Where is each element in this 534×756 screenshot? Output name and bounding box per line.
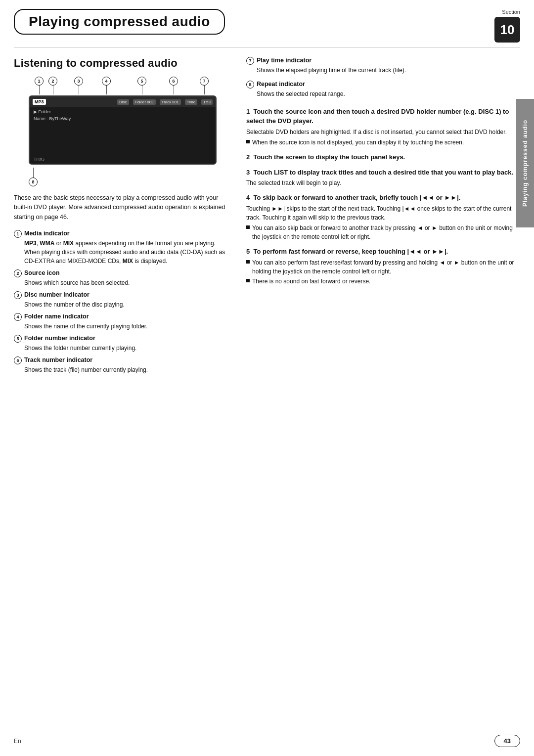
indicator-3: 3 Disc number indicator Shows the number… <box>14 291 229 309</box>
callout-5: 5 <box>137 77 146 94</box>
callout-8: 8 <box>29 168 38 186</box>
indicator-8-title: 8 Repeat indicator <box>246 81 520 89</box>
main-content: Listening to compressed audio 1 2 <box>0 57 534 378</box>
step-4-bullet-1: You can also skip back or forward to ano… <box>246 223 520 241</box>
screen-disc: Disc <box>117 99 129 105</box>
step-5-bullet-1: You can also perform fast reverse/fast f… <box>246 258 520 276</box>
callouts-above: 1 2 3 4 <box>29 77 217 95</box>
page-title: Playing compressed audio <box>29 14 210 29</box>
page-header: Playing compressed audio Section 10 <box>0 0 534 43</box>
indicator-5: 5 Folder number indicator Shows the fold… <box>14 335 229 353</box>
indicator-8-body: Shows the selected repeat range. <box>257 89 520 98</box>
callout-6: 6 <box>169 77 178 94</box>
page-footer: En 43 <box>0 735 534 747</box>
step-5: 5 To perform fast forward or reverse, ke… <box>246 247 520 286</box>
indicator-1: 1 Media indicator MP3, WMA or MIX appear… <box>14 230 229 266</box>
indicator-2-title: 2 Source icon <box>14 269 229 277</box>
left-column: Listening to compressed audio 1 2 <box>14 57 241 378</box>
step-1: 1 Touch the source icon and then touch a… <box>246 107 520 147</box>
step-1-body: Selectable DVD holders are highlighted. … <box>246 128 520 136</box>
device-diagram: 1 2 3 4 <box>14 77 229 186</box>
intro-text: These are the basic steps necessary to p… <box>14 193 229 222</box>
indicator-5-body: Shows the folder number currently playin… <box>24 344 229 353</box>
indicator-3-title: 3 Disc number indicator <box>14 291 229 299</box>
step-3-title: 3 Touch LIST to display track titles and… <box>246 168 520 178</box>
step-3: 3 Touch LIST to display track titles and… <box>246 168 520 188</box>
indicator-1-title: 1 Media indicator <box>14 230 229 238</box>
indicator-4-title: 4 Folder name indicator <box>14 313 229 321</box>
indicator-5-title: 5 Folder number indicator <box>14 335 229 343</box>
step-1-bullet-1: When the source icon is not displayed, y… <box>246 138 520 147</box>
section-number: 10 <box>494 17 520 43</box>
section-heading: Listening to compressed audio <box>14 57 229 70</box>
indicator-7-title: 7 Play time indicator <box>246 57 520 65</box>
screen-time: Time <box>185 99 197 105</box>
indicator-3-body: Shows the number of the disc playing. <box>24 300 229 309</box>
screen-top-bar: MP3 Disc Folder 003 Track 001 <box>30 96 216 107</box>
screen-folder-num: Folder 003 <box>133 99 156 105</box>
indicator-6: 6 Track number indicator Shows the track… <box>14 356 229 374</box>
step-5-title: 5 To perform fast forward or reverse, ke… <box>246 247 520 257</box>
step-2: 2 Touch the screen to display the touch … <box>246 153 520 162</box>
callout-4: 4 <box>102 77 111 94</box>
step-1-title: 1 Touch the source icon and then touch a… <box>246 107 520 126</box>
callout-7: 7 <box>200 77 209 94</box>
screen-track-num: Track 001 <box>160 99 181 105</box>
indicator-4-body: Shows the name of the currently playing … <box>24 322 229 331</box>
indicator-4: 4 Folder name indicator Shows the name o… <box>14 313 229 331</box>
screen-bottom-text: THX♪ <box>34 157 45 162</box>
indicator-2-body: Shows which source has been selected. <box>24 278 229 287</box>
indicator-7-body: Shows the elapsed playing time of the cu… <box>257 66 520 75</box>
indicator-8: 8 Repeat indicator Shows the selected re… <box>246 81 520 98</box>
mp3-badge: MP3 <box>33 99 46 105</box>
indicator-6-title: 6 Track number indicator <box>14 356 229 364</box>
step-3-body: The selected track will begin to play. <box>246 178 520 187</box>
footer-page: 43 <box>494 735 520 747</box>
callout-1: 1 <box>35 77 44 94</box>
callout-3: 3 <box>74 77 83 94</box>
section-label: Section <box>502 9 520 15</box>
header-right: Section 10 <box>494 9 520 43</box>
step-4: 4 To skip back or forward to another tra… <box>246 193 520 241</box>
indicator-2: 2 Source icon Shows which source has bee… <box>14 269 229 287</box>
screen-folder-row: ▶ Folder <box>30 107 216 116</box>
right-column: 7 Play time indicator Shows the elapsed … <box>241 57 520 378</box>
step-4-body: Touching ►►| skips to the start of the n… <box>246 204 520 222</box>
step-2-title: 2 Touch the screen to display the touch … <box>246 153 520 162</box>
sidebar-label: Playing compressed audio <box>516 99 534 227</box>
step-4-title: 4 To skip back or forward to another tra… <box>246 193 520 203</box>
screen-name-row: Name : ByTheWay <box>30 116 216 123</box>
step-5-bullet-2: There is no sound on fast forward or rev… <box>246 277 520 286</box>
header-divider <box>14 47 520 48</box>
callout-2: 2 <box>48 77 57 94</box>
title-box: Playing compressed audio <box>14 9 225 35</box>
indicator-7: 7 Play time indicator Shows the elapsed … <box>246 57 520 75</box>
callout-8-area: 8 <box>29 168 229 186</box>
indicator-1-body: MP3, WMA or MIX appears depending on the… <box>24 239 229 266</box>
footer-lang: En <box>14 738 21 745</box>
device-screen: MP3 Disc Folder 003 Track 001 <box>29 95 217 165</box>
indicator-6-body: Shows the track (file) number currently … <box>24 365 229 374</box>
screen-time-val: 1'53 <box>201 99 213 105</box>
